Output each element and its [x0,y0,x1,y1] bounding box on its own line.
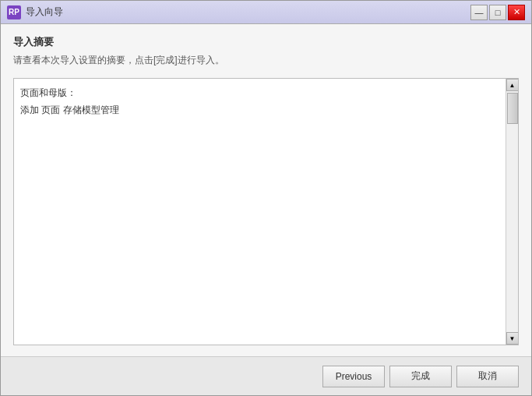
section-title: 导入摘要 [13,35,519,49]
window-title: 导入向导 [26,5,470,19]
maximize-button[interactable]: □ [489,5,506,20]
finish-button[interactable]: 完成 [389,366,452,387]
minimize-button[interactable]: — [470,5,488,20]
summary-item: 添加 页面 存储模型管理 [20,102,512,119]
section-desc: 请查看本次导入设置的摘要，点击[完成]进行导入。 [13,54,519,67]
summary-heading: 页面和母版： [20,85,512,102]
scrollbar-up-button[interactable]: ▲ [506,79,519,91]
summary-content: 页面和母版： 添加 页面 存储模型管理 [20,85,512,118]
scrollbar-thumb[interactable] [507,93,518,124]
title-bar: RP 导入向导 — □ ✕ [1,1,531,24]
cancel-button[interactable]: 取消 [456,366,519,387]
summary-box: 页面和母版： 添加 页面 存储模型管理 ▲ ▼ [13,78,519,345]
app-icon: RP [7,5,21,19]
window-controls: — □ ✕ [470,5,525,20]
previous-button[interactable]: Previous [322,366,385,387]
footer: Previous 完成 取消 [1,356,531,395]
content-area: 导入摘要 请查看本次导入设置的摘要，点击[完成]进行导入。 页面和母版： 添加 … [1,24,531,356]
scrollbar-down-button[interactable]: ▼ [506,332,519,345]
window: RP 导入向导 — □ ✕ 导入摘要 请查看本次导入设置的摘要，点击[完成]进行… [0,0,532,396]
close-button[interactable]: ✕ [508,5,525,20]
scrollbar-track: ▲ ▼ [506,79,518,345]
